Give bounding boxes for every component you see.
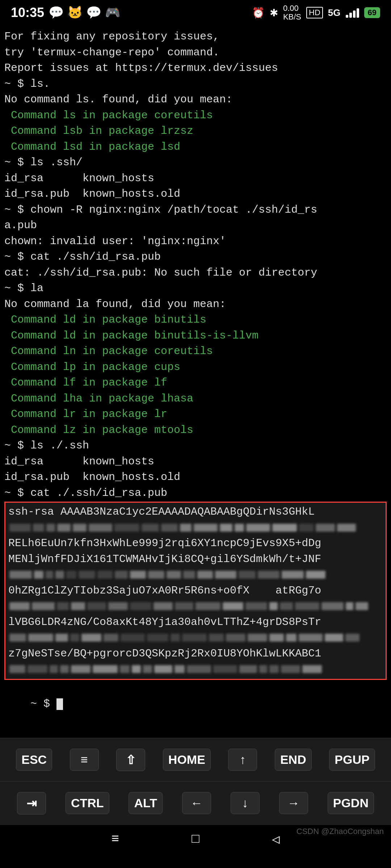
app-icon-2: 🐱 [67, 5, 83, 20]
terminal-output: For fixing any repository issues,try 'te… [4, 29, 387, 501]
keyboard-key-end[interactable]: END [275, 749, 312, 771]
terminal-line: ~ $ ls. [4, 76, 387, 92]
keyboard-key-[interactable]: ↑ [228, 749, 257, 771]
hd-label: HD [306, 7, 323, 18]
keyboard-key-home[interactable]: HOME [163, 749, 211, 771]
terminal-line: Command ld in package binutils [4, 312, 387, 328]
signal-bars [346, 8, 359, 18]
network-type: 5G [328, 7, 341, 18]
terminal-line: ~ $ cat ./ssh/id_rsa.pub [4, 249, 387, 265]
terminal-line: ~ $ la [4, 281, 387, 297]
terminal-line: Command lsb in package lrzsz [4, 123, 387, 139]
terminal: For fixing any repository issues,try 'te… [0, 25, 391, 738]
network-speed: 0.00KB/S [283, 4, 301, 21]
ssh-key-line: ssh-rsa AAAAB3NzaC1yc2EAAAADAQABAABgQDir… [8, 504, 383, 520]
keyboard-key-esc[interactable]: ESC [16, 749, 52, 771]
keyboard-toolbar-row2: ⇥CTRLALT←↓→PGDN [0, 781, 391, 825]
cursor [56, 698, 63, 710]
terminal-line: For fixing any repository issues, [4, 29, 387, 45]
terminal-line: Command lr in package lr [4, 407, 387, 422]
keyboard-key-[interactable]: ⇧ [116, 749, 145, 771]
keyboard-key-alt[interactable]: ALT [129, 792, 163, 814]
terminal-line: ~ $ ls ./.ssh [4, 438, 387, 454]
terminal-line: Command ls in package coreutils [4, 108, 387, 124]
ssh-key-box: ssh-rsa AAAAB3NzaC1yc2EAAAADAQABAABgQDir… [4, 502, 387, 680]
terminal-line: Command ld in package binutils-is-llvm [4, 328, 387, 344]
terminal-line: chown: invalid user: 'nginx:nginx' [4, 234, 387, 250]
terminal-line: Command ln in package coreutils [4, 344, 387, 359]
terminal-line: Report issues at https://termux.dev/issu… [4, 60, 387, 76]
keyboard-key-pgup[interactable]: PGUP [329, 749, 375, 771]
terminal-line: No command ls. found, did you mean: [4, 92, 387, 108]
terminal-line: id_rsa.pub known_hosts.old [4, 186, 387, 202]
terminal-line: cat: ./ssh/id_rsa.pub: No such file or d… [4, 265, 387, 281]
terminal-line: Command lz in package mtools [4, 422, 387, 438]
keyboard-key-x[interactable]: ← [182, 792, 211, 814]
terminal-line: ~ $ chown -R nginx:nginx /path/tocat ./s… [4, 202, 387, 218]
watermark: CSDN @ZhaoCongshan [297, 827, 384, 836]
terminal-line: id_rsa known_hosts [4, 171, 387, 187]
status-bar: 10:35 💬 🐱 💬 🎮 ⏰ ✱ 0.00KB/S HD 5G 69 [0, 0, 391, 25]
keyboard-key-x[interactable]: → [279, 792, 308, 814]
nav-back-icon[interactable]: ◁ [272, 831, 280, 847]
keyboard-key-[interactable]: ≡ [70, 749, 99, 771]
status-app-icons: 💬 🐱 💬 🎮 [49, 5, 120, 20]
terminal-line: a.pub [4, 218, 387, 234]
ssh-key-line [8, 520, 383, 536]
bluetooth-icon: ✱ [270, 7, 278, 19]
nav-menu-icon[interactable]: ≡ [112, 832, 119, 847]
ssh-key-line: RELh6EuUn7kfn3HxWhLe999j2rqi6XY1ncpC9jEv… [8, 536, 383, 552]
terminal-line: Command lp in package cups [4, 359, 387, 375]
app-icon-1: 💬 [49, 5, 64, 20]
keyboard-key-x[interactable]: ↓ [231, 792, 260, 814]
status-left: 10:35 💬 🐱 💬 🎮 [11, 5, 120, 20]
terminal-line: Command lsd in package lsd [4, 139, 387, 155]
app-icon-3: 💬 [86, 5, 101, 20]
terminal-line: Command lha in package lhasa [4, 391, 387, 407]
nav-home-icon[interactable]: □ [192, 832, 199, 847]
terminal-line: ~ $ cat ./.ssh/id_rsa.pub [4, 485, 387, 501]
ssh-key-line [8, 661, 383, 677]
terminal-line: try 'termux-change-repo' command. [4, 45, 387, 61]
ssh-key-line: z7gNeSTse/BQ+pgrorcD3QSKpzRj2Rx0IU8YOhKl… [8, 646, 383, 662]
ssh-key-line: 0hZRg1ClZyTIobz3SajuO7xA0Rr5R6ns+o0fX at… [8, 583, 383, 599]
terminal-final-prompt: ~ $ [4, 681, 387, 728]
ssh-key-line [8, 630, 383, 646]
terminal-line: id_rsa.pub known_hosts.old [4, 469, 387, 485]
keyboard-key-pgdn[interactable]: PGDN [328, 792, 374, 814]
ssh-key-line [8, 599, 383, 614]
status-time: 10:35 [11, 5, 44, 20]
ssh-key-line: lVBG6LDR4zNG/Co8axKt48Yj1a30ah0vLTThZ+4g… [8, 614, 383, 630]
terminal-line: ~ $ ls .ssh/ [4, 155, 387, 171]
keyboard-key-x[interactable]: ⇥ [17, 792, 46, 814]
keyboard-key-ctrl[interactable]: CTRL [66, 792, 109, 814]
terminal-line: No command la found, did you mean: [4, 297, 387, 312]
status-right: ⏰ ✱ 0.00KB/S HD 5G 69 [252, 4, 380, 21]
prompt-text: ~ $ [30, 698, 56, 710]
keyboard-toolbar-row1: ESC≡⇧HOME↑ENDPGUP [0, 738, 391, 781]
app-icon-4: 🎮 [105, 5, 120, 20]
terminal-line: Command lf in package lf [4, 375, 387, 391]
battery-level: 69 [364, 7, 380, 18]
ssh-key-line: MENljWnfFDJiX161TCWMAHvIjKi8CQ+gil6YSdmk… [8, 552, 383, 567]
alarm-icon: ⏰ [252, 7, 265, 19]
ssh-key-line [8, 567, 383, 583]
terminal-line: id_rsa known_hosts [4, 454, 387, 470]
